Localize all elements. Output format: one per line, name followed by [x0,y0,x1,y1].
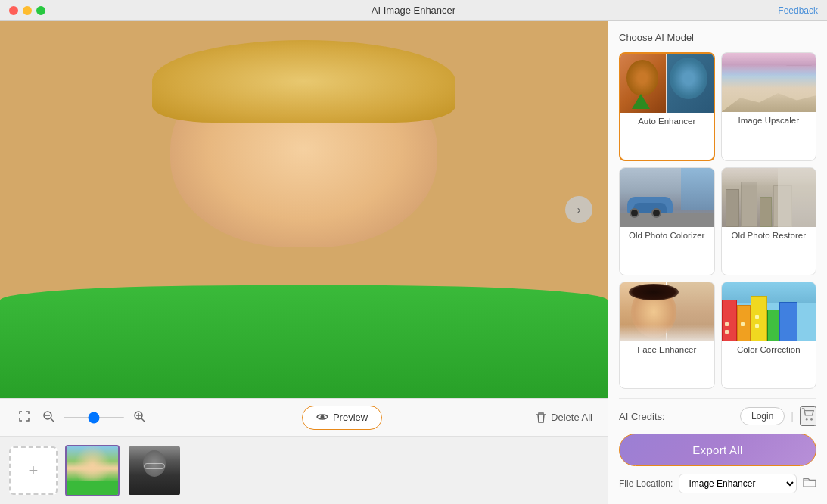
image-preview-area: › [0,21,608,398]
zoom-slider[interactable] [64,417,124,418]
feedback-link[interactable]: Feedback [778,5,818,16]
file-location-label: File Location: [619,478,673,489]
svg-line-1 [51,418,54,422]
model-card-color-correction[interactable]: Color Correction [721,282,817,389]
folder-button[interactable] [803,476,816,491]
credits-row: AI Credits: Login | [619,406,816,426]
file-location-row: File Location: Image Enhancer Custom Fol… [619,474,816,493]
thumbnail-strip: + [0,436,608,504]
left-panel: › [0,21,608,504]
right-bottom: AI Credits: Login | Export All File Loca… [619,398,816,493]
model-label-face-enhancer: Face Enhancer [620,341,714,358]
model-card-face-enhancer[interactable]: Face Enhancer [619,282,715,389]
delete-all-button[interactable]: Delete All [536,412,592,424]
zoom-out-button[interactable] [39,407,58,428]
thumbnail-child[interactable] [65,445,120,496]
maximize-button[interactable] [36,6,45,15]
model-card-old-photo-restorer[interactable]: Old Photo Restorer [721,167,817,275]
eye-icon [316,412,328,424]
model-label-image-upscaler: Image Upscaler [722,112,816,129]
delete-all-label: Delete All [551,412,592,423]
model-grid: Auto Enhancer 2K→8K Image Upscaler [619,52,816,389]
title-bar: AI Image Enhancer Feedback [0,0,827,21]
model-thumb-color-correction [722,282,816,341]
model-card-auto-enhancer[interactable]: Auto Enhancer [619,52,715,161]
model-card-old-photo-colorizer[interactable]: Old Photo Colorizer [619,167,715,275]
model-thumb-face-enhancer [620,282,714,341]
cart-icon[interactable] [800,406,816,426]
section-title: Choose AI Model [619,32,816,43]
export-all-button[interactable]: Export All [619,434,816,466]
model-card-image-upscaler[interactable]: 2K→8K Image Upscaler [721,52,817,161]
zoom-controls [15,407,148,428]
divider: | [791,410,794,422]
svg-point-9 [810,418,813,421]
thumbnail-child-image [67,446,118,495]
model-label-auto-enhancer: Auto Enhancer [620,113,714,129]
window-controls [9,6,45,15]
model-label-old-photo-restorer: Old Photo Restorer [722,227,816,244]
app-title: AI Image Enhancer [372,5,455,16]
add-image-button[interactable]: + [9,446,58,495]
login-button[interactable]: Login [740,407,785,425]
thumbnail-man[interactable] [127,445,182,496]
svg-line-4 [141,418,145,422]
bottom-toolbar: Preview Delete All [0,398,608,436]
svg-point-8 [806,418,808,421]
main-image [0,21,608,398]
svg-point-7 [320,415,324,418]
file-location-select[interactable]: Image Enhancer Custom Folder Desktop [679,474,797,493]
zoom-in-button[interactable] [130,407,148,428]
model-thumb-old-photo-colorizer [620,168,714,227]
model-label-color-correction: Color Correction [722,341,816,358]
preview-label: Preview [333,412,368,423]
next-image-arrow[interactable]: › [565,196,592,223]
model-thumb-old-photo-restorer [722,168,816,227]
model-label-old-photo-colorizer: Old Photo Colorizer [620,227,714,244]
model-thumb-image-upscaler: 2K→8K [722,53,816,112]
zoom-fit-button[interactable] [15,407,33,428]
thumbnail-man-image [129,446,180,495]
minimize-button[interactable] [23,6,32,15]
credits-label: AI Credits: [619,411,734,422]
model-thumb-auto-enhancer [620,54,714,113]
main-layout: › [0,21,827,504]
preview-button[interactable]: Preview [302,406,382,430]
close-button[interactable] [9,6,18,15]
right-panel: Choose AI Model Auto Enhancer [608,21,827,504]
